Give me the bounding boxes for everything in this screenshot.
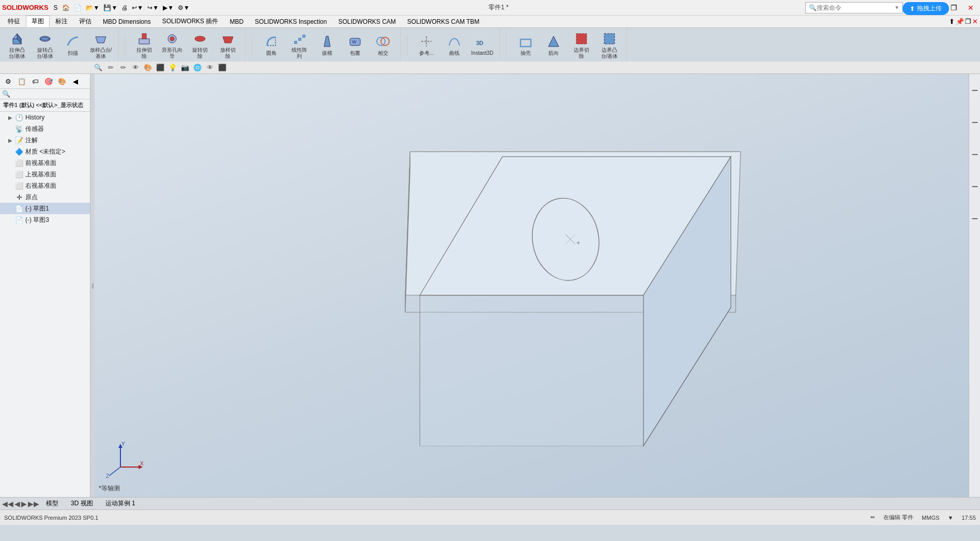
feature-manager-tab[interactable]: ⚙ (2, 75, 14, 87)
linear-pattern-button[interactable]: 线性阵列 (286, 31, 312, 59)
realview-icon[interactable]: 👁 (205, 63, 215, 73)
boundary-boss-label: 边界凸台/基体 (601, 47, 618, 59)
right-panel-btn-5[interactable]: ▎ (970, 204, 979, 235)
right-panel-btn-4[interactable]: ▎ (970, 172, 979, 203)
right-panel-btn-1[interactable]: ▎ (970, 76, 979, 107)
view-display-icon[interactable]: ✏ (118, 63, 128, 73)
apply-scene-icon[interactable]: 🌐 (192, 63, 203, 73)
tab-sw-cam-tbm[interactable]: SOLIDWORKS CAM TBM (402, 16, 485, 27)
boundary-cut-label: 边界切除 (574, 47, 589, 59)
instant3d-button[interactable]: 3D Instant3D (469, 34, 495, 56)
tab-sw-plugins[interactable]: SOLIDWORKS 插件 (157, 16, 224, 27)
tree-item-sketch1[interactable]: 📄 (-) 草图1 (0, 203, 90, 214)
open-icon[interactable]: 📂▼ (84, 4, 102, 11)
extrude-group: 拉伸凸台/基体 旋转凸台/基体 扫描 放样凸台/基体 (4, 28, 118, 62)
hide-show-icon[interactable]: 👁 (130, 63, 141, 73)
tree-item-annotations[interactable]: ▶ 📝 注解 (0, 134, 90, 146)
settings-icon[interactable]: ⚙▼ (176, 4, 192, 11)
home-icon[interactable]: 🏠 (60, 4, 72, 11)
revolve-cut-label: 旋转切除 (192, 47, 208, 59)
revolve-boss-icon (37, 31, 53, 47)
appearance-tab[interactable]: 🎨 (56, 75, 68, 87)
property-manager-tab[interactable]: 📋 (16, 75, 28, 87)
tab-mbd-dimensions[interactable]: MBD Dimensions (97, 16, 157, 27)
view-scene-icon[interactable]: ⬛ (155, 63, 165, 73)
redo-icon[interactable]: ↪▼ (145, 4, 161, 11)
tree-item-sensors[interactable]: 📡 传感器 (0, 123, 90, 134)
panel-resize-handle[interactable] (90, 74, 95, 497)
rib-button[interactable]: 筋向 (541, 33, 566, 57)
title-menu-item[interactable]: S (52, 4, 60, 11)
collapse-tab[interactable]: ◀ (69, 75, 82, 87)
view-lights-icon[interactable]: 💡 (167, 63, 178, 73)
tree-item-material[interactable]: 🔷 材质 <未指定> (0, 146, 90, 157)
tab-motion-1[interactable]: 运动算例 1 (100, 498, 141, 509)
right-panel-btn-2[interactable]: ▎ (970, 108, 979, 139)
extrude-cut-button[interactable]: 拉伸切除 (131, 31, 157, 59)
config-manager-tab[interactable]: 🏷 (29, 75, 41, 87)
shell-button[interactable]: 抽壳 (513, 33, 539, 57)
loft-cut-button[interactable]: 放样切除 (215, 31, 241, 59)
right-panel-btn-3[interactable]: ▎ (970, 140, 979, 171)
revolve-cut-button[interactable]: 旋转切除 (187, 31, 213, 59)
intersect-button[interactable]: 相交 (370, 33, 396, 57)
reference-button[interactable]: 参考... (414, 33, 439, 57)
pin-ribbon-icon[interactable]: 📌 (956, 18, 964, 25)
draft-button[interactable]: 拔模 (314, 33, 340, 57)
fillet-button[interactable]: 圆角 (258, 33, 284, 57)
svg-text:Z: Z (106, 473, 109, 479)
view-section-icon[interactable]: ✏ (105, 63, 116, 73)
secondary-toolbar: 🔍 ✏ ✏ 👁 🎨 ⬛ 💡 📷 🌐 👁 ⬛ (0, 62, 980, 74)
expand-ribbon-icon[interactable]: ⬆ (949, 18, 955, 25)
upload-button[interactable]: ⬆ 拖拽上传 (902, 2, 949, 15)
tab-3d-view[interactable]: 3D 视图 (65, 498, 99, 509)
revolve-boss-button[interactable]: 旋转凸台/基体 (32, 31, 58, 59)
tree-item-origin[interactable]: ✛ 原点 (0, 191, 90, 203)
hole-wizard-button[interactable]: 异形孔向导 (159, 31, 185, 59)
view-camera-icon[interactable]: 📷 (180, 63, 190, 73)
tab-mbd[interactable]: MBD (224, 16, 249, 27)
undo-icon[interactable]: ↩▼ (130, 4, 145, 11)
nav-next-icon[interactable]: ▶ (21, 500, 27, 508)
restore-ribbon-icon[interactable]: ❐ (965, 18, 971, 25)
nav-first-icon[interactable]: ◀◀ (2, 500, 13, 508)
annotations-icon: 📝 (14, 136, 24, 145)
close-button[interactable]: ✕ (963, 3, 978, 13)
view-orient-icon[interactable]: 🔍 (93, 63, 103, 73)
nav-last-icon[interactable]: ▶▶ (28, 500, 39, 508)
nav-prev-icon[interactable]: ◀ (14, 500, 20, 508)
tab-sw-inspection[interactable]: SOLIDWORKS Inspection (249, 16, 332, 27)
tree-item-sketch3[interactable]: 📄 (-) 草图3 (0, 214, 90, 226)
filter-icon[interactable]: 🔍 (2, 90, 10, 98)
run-icon[interactable]: ▶▼ (161, 4, 176, 11)
unit-dropdown-icon[interactable]: ▼ (948, 515, 954, 521)
dim-expert-tab[interactable]: 🎯 (42, 75, 55, 87)
tab-sw-cam[interactable]: SOLIDWORKS CAM (332, 16, 401, 27)
tree-item-right-plane[interactable]: ⬜ 右视基准面 (0, 180, 90, 191)
boundary-boss-button[interactable]: 边界凸台/基体 (596, 31, 622, 59)
boundary-cut-button[interactable]: 边界切除 (569, 31, 594, 59)
search-input[interactable] (817, 4, 894, 11)
edit-appear-icon[interactable]: 🎨 (143, 63, 153, 73)
tab-evaluate[interactable]: 评估 (73, 16, 97, 27)
origin-icon: ✛ (14, 192, 24, 202)
close-ribbon-icon[interactable]: ✕ (972, 18, 978, 25)
wrap-button[interactable]: W 包覆 (342, 33, 368, 57)
tree-item-history[interactable]: ▶ 🕐 History (0, 112, 90, 123)
3d-viewport[interactable]: + Y X Z *等轴测 (95, 74, 969, 497)
sweep-button[interactable]: 扫描 (60, 33, 86, 57)
display-settings-icon[interactable]: ⬛ (217, 63, 227, 73)
print-icon[interactable]: 🖨 (119, 4, 130, 11)
sketch1-label: (-) 草图1 (25, 204, 49, 213)
loft-boss-button[interactable]: 放样凸台/基体 (88, 31, 114, 59)
save-icon[interactable]: 💾▼ (101, 4, 119, 11)
tab-features[interactable]: 特征 (2, 16, 26, 27)
extrude-boss-button[interactable]: 拉伸凸台/基体 (4, 31, 30, 59)
tab-model[interactable]: 模型 (40, 498, 64, 509)
curves-button[interactable]: 曲线 (441, 33, 467, 57)
tree-item-top-plane[interactable]: ⬜ 上视基准面 (0, 169, 90, 180)
tab-markup[interactable]: 标注 (50, 16, 73, 27)
tree-item-front-plane[interactable]: ⬜ 前视基准面 (0, 157, 90, 169)
new-doc-icon[interactable]: 📄 (72, 4, 84, 11)
tab-sketch[interactable]: 草图 (26, 16, 50, 27)
